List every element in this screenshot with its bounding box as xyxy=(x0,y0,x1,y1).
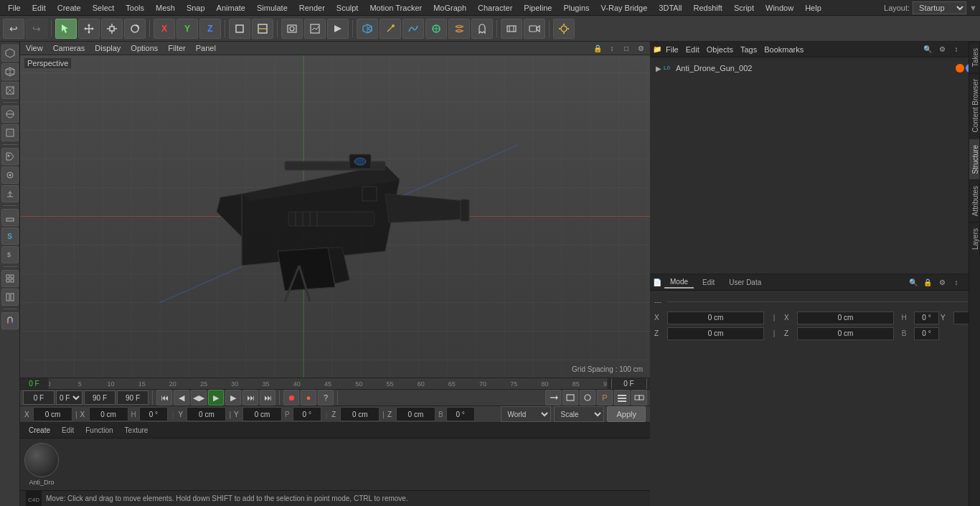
obj-settings-icon[interactable]: ⚙ xyxy=(936,43,948,56)
menu-simulate[interactable]: Simulate xyxy=(252,2,293,14)
menu-snap[interactable]: Snap xyxy=(182,2,210,14)
attr-x-pos-input[interactable] xyxy=(667,311,764,324)
light-button[interactable] xyxy=(553,19,575,39)
keyframe-btn[interactable]: P xyxy=(597,390,613,406)
array-btn[interactable] xyxy=(1,289,19,306)
menu-plugins[interactable]: Plugins xyxy=(558,2,594,14)
menu-file[interactable]: File xyxy=(3,2,26,14)
vp-move-icon[interactable]: ↕ xyxy=(606,42,618,55)
vp-menu-filter[interactable]: Filter xyxy=(165,44,188,52)
mat-tab-texture[interactable]: Texture xyxy=(122,426,151,434)
select-tool-button[interactable] xyxy=(55,19,77,39)
record-button[interactable]: ⏺ xyxy=(283,390,299,406)
object-row-gun[interactable]: ▶ L0 Anti_Drone_Gun_002 xyxy=(653,60,977,76)
material-item[interactable]: Anti_Dro xyxy=(23,441,60,487)
model-mode-btn[interactable] xyxy=(1,44,19,62)
scale-dropdown[interactable]: Scale Position Rotation xyxy=(554,406,604,422)
attr-expand-icon[interactable]: ↕ xyxy=(950,276,963,289)
go-to-start-button[interactable]: ⏮ xyxy=(156,390,172,406)
obj-tags-menu[interactable]: Tags xyxy=(738,45,760,54)
tag-btn[interactable] xyxy=(1,148,19,165)
auto-key-button[interactable]: ● xyxy=(301,390,316,406)
menu-window[interactable]: Window xyxy=(760,2,798,14)
menu-select[interactable]: Select xyxy=(88,2,120,14)
menu-render[interactable]: Render xyxy=(294,2,330,14)
generate-button[interactable] xyxy=(425,19,447,39)
menu-create[interactable]: Create xyxy=(52,2,86,14)
coord-x2-input[interactable] xyxy=(89,407,128,421)
attr-z-pos-input[interactable] xyxy=(667,327,764,340)
side-tab-structure[interactable]: Structure xyxy=(969,139,980,180)
pen-button[interactable] xyxy=(380,19,401,39)
end-frame-input-2[interactable] xyxy=(117,390,149,405)
vp-menu-display[interactable]: Display xyxy=(92,44,123,52)
rotate-tool-button[interactable] xyxy=(124,19,146,39)
start-frame-input[interactable]: 0 F xyxy=(23,390,55,405)
coord-y2-input[interactable] xyxy=(242,407,282,421)
render-picture-viewer-button[interactable] xyxy=(304,19,326,39)
side-tab-attributes[interactable]: Attributes xyxy=(969,179,980,222)
spline-button[interactable] xyxy=(402,19,424,39)
menu-script[interactable]: Script xyxy=(729,2,759,14)
menu-character[interactable]: Character xyxy=(473,2,517,14)
frame-range-dropdown[interactable]: 0 F xyxy=(56,390,83,405)
symbol-btn[interactable]: $ xyxy=(1,246,19,263)
scale-keys-button[interactable] xyxy=(562,390,578,406)
menu-redshift[interactable]: Redshift xyxy=(689,2,727,14)
y-axis-button[interactable]: Y xyxy=(176,19,198,39)
render-button[interactable] xyxy=(327,19,349,39)
attr-z-size-input[interactable] xyxy=(797,327,894,340)
attr-tab-mode[interactable]: Mode xyxy=(664,276,694,289)
coord-z-input[interactable] xyxy=(340,407,380,421)
menu-sculpt[interactable]: Sculpt xyxy=(331,2,364,14)
vp-settings-icon[interactable]: ⚙ xyxy=(634,42,647,55)
ghost-button[interactable] xyxy=(471,19,493,39)
coord-h-input[interactable] xyxy=(139,407,168,421)
dope-sheet-btn[interactable] xyxy=(614,390,630,406)
camera-button[interactable] xyxy=(524,19,545,39)
z-axis-button[interactable]: Z xyxy=(199,19,221,39)
side-tab-takes[interactable]: Takes xyxy=(969,42,980,72)
apply-button[interactable]: Apply xyxy=(607,406,646,422)
scale-tool-button[interactable] xyxy=(101,19,123,39)
mat-tab-edit[interactable]: Edit xyxy=(59,426,77,434)
viewport-3d[interactable]: Perspective Grid Spacing : 100 cm xyxy=(20,55,650,378)
edge-mode-button[interactable] xyxy=(252,19,273,39)
mat-tab-create[interactable]: Create xyxy=(26,426,53,434)
mesh-mode-btn[interactable] xyxy=(1,63,19,80)
motion-clip-btn[interactable] xyxy=(631,390,647,406)
menu-motion-tracker[interactable]: Motion Tracker xyxy=(364,2,427,14)
magnet-btn[interactable] xyxy=(1,312,19,329)
weight-btn[interactable] xyxy=(1,185,19,202)
coord-z2-input[interactable] xyxy=(396,407,435,421)
side-tab-content-browser[interactable]: Content Browser xyxy=(969,72,980,138)
coord-b-input[interactable] xyxy=(446,407,475,421)
menu-animate[interactable]: Animate xyxy=(212,2,250,14)
layout-dropdown[interactable]: Startup Standard Modeling xyxy=(913,1,966,14)
vp-menu-options[interactable]: Options xyxy=(128,44,161,52)
obj-search-icon[interactable]: 🔍 xyxy=(921,43,934,56)
move-keys-button[interactable] xyxy=(545,390,561,406)
menu-edit[interactable]: Edit xyxy=(27,2,51,14)
constraint-btn[interactable] xyxy=(1,167,19,184)
menu-vray[interactable]: V-Ray Bridge xyxy=(596,2,653,14)
attr-h-rot-input[interactable] xyxy=(914,311,939,324)
vp-maximize-icon[interactable]: □ xyxy=(620,42,633,55)
menu-pipeline[interactable]: Pipeline xyxy=(519,2,557,14)
next-frame-button[interactable]: ▶ xyxy=(225,390,241,406)
coord-x-input[interactable] xyxy=(33,407,72,421)
attr-b-rot-input[interactable] xyxy=(914,327,939,340)
obj-expand-icon[interactable]: ↕ xyxy=(950,43,963,56)
attr-tab-userdata[interactable]: User Data xyxy=(723,277,767,288)
object-mode-button[interactable] xyxy=(229,19,250,39)
world-dropdown[interactable]: World Object xyxy=(501,406,551,422)
obj-bookmarks-menu[interactable]: Bookmarks xyxy=(761,45,806,54)
x-axis-button[interactable]: X xyxy=(154,19,175,39)
attr-tab-edit[interactable]: Edit xyxy=(697,277,720,288)
grid-btn[interactable] xyxy=(1,270,19,287)
obj-expand-arrow[interactable]: ▶ xyxy=(656,65,661,72)
side-tab-layers[interactable]: Layers xyxy=(969,222,980,256)
attr-settings-icon[interactable]: ⚙ xyxy=(936,276,948,289)
obj-edit-menu2[interactable]: Edit xyxy=(683,45,702,54)
cube-view-button[interactable] xyxy=(357,19,378,39)
